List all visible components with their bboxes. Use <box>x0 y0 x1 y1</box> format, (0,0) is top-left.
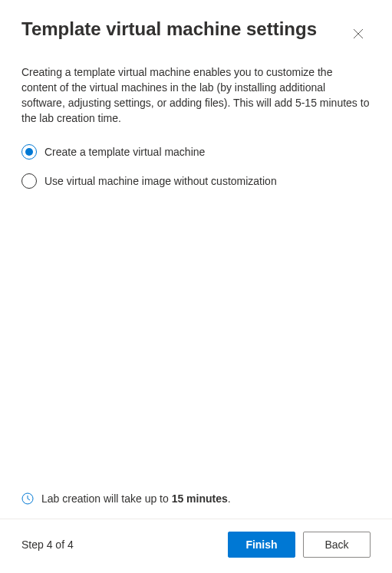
step-indicator: Step 4 of 4 <box>21 538 228 551</box>
info-bar: Lab creation will take up to 15 minutes. <box>0 492 392 519</box>
finish-button[interactable]: Finish <box>228 532 295 558</box>
back-button[interactable]: Back <box>303 532 371 558</box>
panel-title: Template virtual machine settings <box>21 18 317 40</box>
option-label: Use virtual machine image without custom… <box>44 175 277 187</box>
close-icon <box>353 28 364 39</box>
radio-icon <box>21 173 37 189</box>
footer-buttons: Finish Back <box>228 532 371 558</box>
option-use-image[interactable]: Use virtual machine image without custom… <box>21 173 371 189</box>
info-bold: 15 minutes <box>172 492 228 505</box>
radio-dot-icon <box>25 148 33 156</box>
panel-header: Template virtual machine settings <box>0 0 392 52</box>
close-button[interactable] <box>346 21 371 46</box>
info-suffix: . <box>228 492 231 505</box>
option-label: Create a template virtual machine <box>44 146 205 158</box>
template-option-group: Create a template virtual machine Use vi… <box>21 144 371 189</box>
panel-body: Creating a template virtual machine enab… <box>0 52 392 492</box>
settings-panel: Template virtual machine settings Creati… <box>0 0 392 573</box>
clock-icon <box>21 492 34 505</box>
info-text: Lab creation will take up to 15 minutes. <box>41 492 231 505</box>
radio-icon <box>21 144 37 160</box>
panel-footer: Step 4 of 4 Finish Back <box>0 519 392 573</box>
description-text: Creating a template virtual machine enab… <box>21 64 371 126</box>
option-create-template[interactable]: Create a template virtual machine <box>21 144 371 160</box>
info-prefix: Lab creation will take up to <box>41 492 172 505</box>
